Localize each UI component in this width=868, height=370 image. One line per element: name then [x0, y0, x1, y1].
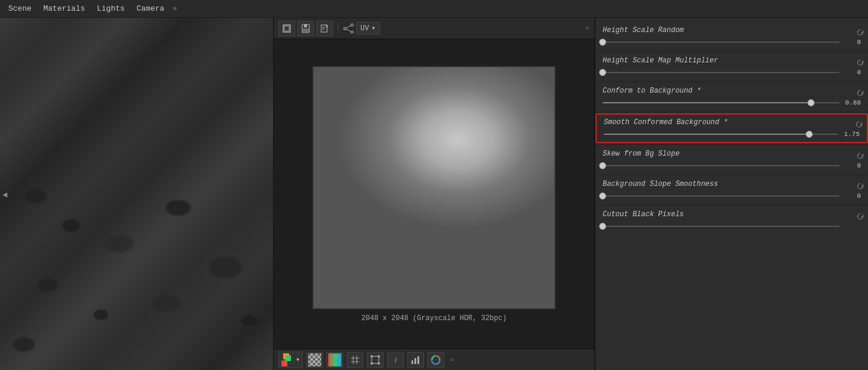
prop-cutout-black-pixels-reset[interactable]: [855, 211, 866, 222]
info-icon: i: [394, 355, 397, 365]
reset-icon: [856, 29, 864, 37]
prop-conform-to-background-slider-row: 0.88: [603, 99, 861, 107]
preview-info: 2048 x 2048 (Grayscale HDR, 32bpc): [362, 314, 507, 322]
svg-rect-23: [411, 360, 413, 364]
prop-background-slope-smoothness-track: [603, 195, 840, 197]
prop-skew-from-bg-slope-thumb[interactable]: [599, 162, 606, 169]
menu-overflow[interactable]: »: [173, 5, 177, 13]
svg-point-22: [378, 362, 380, 365]
prop-smooth-conformed-background-slider-row: 1.75: [604, 130, 860, 138]
prop-height-scale-random: Height Scale Random 0: [595, 23, 868, 50]
svg-rect-24: [414, 358, 416, 364]
main-content: ◀: [0, 18, 868, 370]
prop-height-scale-random-slider-row: 0: [603, 38, 861, 46]
prop-smooth-conformed-background-value: 1.75: [843, 131, 860, 138]
prop-background-slope-smoothness-slider-row: 0: [603, 192, 861, 200]
prop-cutout-black-pixels-track: [603, 226, 840, 227]
prop-conform-to-background: Conform to Background * 0.88: [595, 83, 868, 110]
prop-height-scale-random-track: [603, 42, 840, 43]
prop-height-scale-map-multiplier-slider-row: 0: [603, 68, 861, 77]
prop-cutout-black-pixels-slider[interactable]: [603, 222, 840, 230]
info-btn[interactable]: i: [387, 352, 404, 368]
bottom-bar: ▾: [274, 349, 594, 370]
preview-area: 2048 x 2048 (Grayscale HDR, 32bpc): [274, 39, 594, 349]
transform-icon: [370, 355, 381, 365]
prop-background-slope-smoothness-thumb[interactable]: [599, 192, 606, 200]
prop-conform-to-background-track: [603, 102, 840, 103]
svg-point-11: [351, 31, 353, 33]
prop-conform-to-background-value: 0.88: [844, 99, 861, 106]
layers-dropdown[interactable]: ▾: [278, 352, 303, 368]
prop-height-scale-random-label: Height Scale Random: [603, 26, 861, 34]
bottom-overflow[interactable]: »: [450, 356, 454, 364]
prop-cutout-black-pixels-slider-row: [603, 222, 861, 230]
transform-btn[interactable]: [367, 352, 384, 368]
histogram-btn[interactable]: [407, 352, 424, 368]
prop-height-scale-random-value: 0: [844, 39, 861, 46]
export-button[interactable]: [316, 21, 333, 36]
preview-image: [313, 67, 555, 308]
gradient-icon: [328, 353, 341, 366]
prop-background-slope-smoothness-reset[interactable]: [855, 181, 866, 192]
prop-cutout-black-pixels: Cutout Black Pixels: [595, 207, 868, 234]
svg-rect-5: [307, 25, 308, 27]
gradient-btn[interactable]: [327, 352, 343, 368]
new-scene-button[interactable]: [278, 21, 295, 36]
prop-conform-to-background-fill: [603, 102, 811, 103]
prop-skew-from-bg-slope-reset[interactable]: [855, 151, 866, 162]
checker-btn[interactable]: [306, 352, 323, 368]
prop-conform-to-background-slider[interactable]: [603, 99, 840, 107]
viewport-collapse-arrow[interactable]: ◀: [2, 189, 7, 199]
svg-line-13: [346, 29, 351, 31]
prop-skew-from-bg-slope-value: 0: [844, 162, 861, 169]
menu-scene[interactable]: Scene: [2, 2, 37, 15]
prop-smooth-conformed-background-thumb[interactable]: [806, 131, 813, 138]
prop-skew-from-bg-slope-slider[interactable]: [603, 162, 840, 170]
color-wheel-btn[interactable]: [427, 352, 444, 368]
menu-lights[interactable]: Lights: [91, 2, 131, 15]
toolbar-overflow[interactable]: »: [585, 24, 590, 33]
toolbar-separator-1: [338, 23, 338, 34]
prop-cutout-black-pixels-thumb[interactable]: [599, 223, 606, 230]
prop-conform-to-background-thumb[interactable]: [807, 99, 815, 106]
svg-point-9: [344, 27, 346, 30]
svg-line-12: [346, 26, 351, 28]
prop-background-slope-smoothness-slider[interactable]: [603, 192, 840, 200]
prop-smooth-conformed-background-fill: [604, 134, 809, 135]
svg-rect-18: [372, 356, 379, 363]
prop-smooth-conformed-background-label: Smooth Conformed Background *: [604, 118, 860, 127]
prop-height-scale-map-multiplier: Height Scale Map Multiplier 0: [595, 53, 868, 80]
prop-background-slope-smoothness-value: 0: [844, 192, 861, 200]
uv-dropdown[interactable]: UV ▾: [356, 22, 380, 34]
color-layers-icon: [281, 353, 294, 366]
preview-image-container: [312, 66, 556, 309]
menu-camera[interactable]: Camera: [131, 2, 170, 15]
prop-height-scale-map-multiplier-track: [603, 72, 840, 73]
color-wheel-icon: [430, 355, 441, 365]
grid-icon: [350, 355, 360, 365]
prop-smooth-conformed-background-slider[interactable]: [604, 130, 838, 138]
svg-rect-4: [303, 29, 309, 32]
prop-height-scale-random-slider[interactable]: [603, 38, 840, 46]
prop-height-scale-random-thumb[interactable]: [599, 39, 606, 46]
grid-btn[interactable]: [347, 352, 363, 368]
prop-smooth-conformed-background-track: [604, 134, 838, 135]
prop-smooth-conformed-background: Smooth Conformed Background * 1.75: [595, 113, 868, 143]
prop-skew-from-bg-slope-slider-row: 0: [603, 162, 861, 170]
prop-skew-from-bg-slope-track: [603, 165, 840, 166]
toolbar: UV ▾ »: [274, 18, 594, 39]
prop-height-scale-map-multiplier-reset[interactable]: [855, 58, 866, 68]
reset-icon-5: [856, 152, 864, 160]
menu-materials[interactable]: Materials: [37, 2, 91, 15]
save-button[interactable]: [297, 21, 314, 36]
prop-height-scale-map-multiplier-thumb[interactable]: [599, 69, 606, 76]
svg-point-10: [351, 24, 353, 26]
prop-background-slope-smoothness-label: Background Slope Smoothness: [603, 180, 861, 188]
prop-background-slope-smoothness: Background Slope Smoothness 0: [595, 176, 868, 204]
prop-height-scale-random-reset[interactable]: [855, 27, 866, 38]
prop-smooth-conformed-background-reset[interactable]: [854, 119, 864, 130]
prop-height-scale-map-multiplier-slider[interactable]: [603, 68, 840, 77]
prop-conform-to-background-reset[interactable]: [855, 88, 866, 99]
divider-5: [595, 175, 868, 175]
reset-icon-4: [855, 121, 863, 129]
